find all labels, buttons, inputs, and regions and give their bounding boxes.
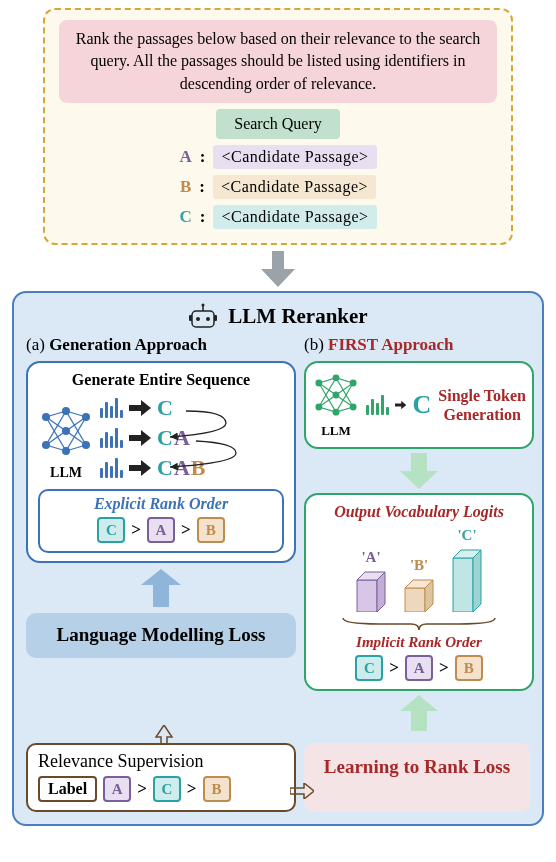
candidate-passage-b: <Candidate Passage> <box>213 175 376 199</box>
language-modelling-loss-box: Language Modelling Loss <box>26 613 296 658</box>
single-token-generation-label: Single Token Generation <box>438 386 526 424</box>
robot-icon <box>188 303 218 329</box>
output-vocab-logits-title: Output Vocabulary Logits <box>316 503 522 521</box>
reranker-title: LLM Reranker <box>26 303 530 329</box>
svg-rect-5 <box>189 315 192 321</box>
svg-point-38 <box>315 380 322 387</box>
seq-step-1: C <box>100 395 206 421</box>
rank-chip-b: B <box>197 517 225 543</box>
candidate-passage-c: <Candidate Passage> <box>213 205 376 229</box>
svg-point-1 <box>196 317 200 321</box>
seq-step-3: CAB <box>100 455 206 481</box>
candidate-id-a: A <box>179 147 191 167</box>
llm-label-right: LLM <box>312 423 360 439</box>
svg-point-39 <box>315 404 322 411</box>
svg-point-2 <box>206 317 210 321</box>
brown-arrow-up-icon <box>154 725 174 745</box>
green-down-arrow-icon <box>304 453 534 489</box>
instruction-text: Rank the passages below based on their r… <box>59 20 497 103</box>
candidate-c-row: C: <Candidate Passage> <box>59 205 497 229</box>
svg-point-41 <box>350 404 357 411</box>
implicit-rank-title: Implicit Rank Order <box>316 634 522 651</box>
svg-point-20 <box>42 441 50 449</box>
candidate-id-c: C <box>179 207 191 227</box>
label-chip: Label <box>38 776 97 802</box>
learning-to-rank-loss-box: Learning to Rank Loss <box>304 743 530 812</box>
generation-label: (a) Generation Approach <box>26 335 296 355</box>
arrow-down-icon <box>8 251 548 287</box>
llm-reranker-panel: LLM Reranker (a) Generation Approach Gen… <box>12 291 544 826</box>
prompt-box: Rank the passages below based on their r… <box>43 8 513 245</box>
explicit-rank-title: Explicit Rank Order <box>48 495 274 513</box>
relevance-supervision-title: Relevance Supervision <box>38 751 284 772</box>
first-top-panel: LLM C Single Token Generation <box>304 361 534 449</box>
svg-rect-6 <box>214 315 217 321</box>
svg-point-22 <box>82 441 90 449</box>
candidate-passage-a: <Candidate Passage> <box>213 145 376 169</box>
explicit-rank-box: Explicit Rank Order C > A > B <box>38 489 284 553</box>
generate-entire-sequence-title: Generate Entire Sequence <box>38 371 284 389</box>
single-token-c: C <box>412 390 432 420</box>
svg-point-21 <box>82 413 90 421</box>
svg-point-19 <box>42 413 50 421</box>
svg-point-25 <box>62 447 70 455</box>
logit-a: 'A' <box>353 549 389 612</box>
svg-point-44 <box>333 409 340 416</box>
svg-point-40 <box>350 380 357 387</box>
relevance-supervision-box: Relevance Supervision Label A > C > B <box>26 743 296 812</box>
label-rank-a: A <box>103 776 131 802</box>
label-rank-b: B <box>203 776 231 802</box>
llm-label-left: LLM <box>38 465 94 481</box>
rank-chip-b: B <box>455 655 483 681</box>
curly-bracket-icon <box>316 616 522 632</box>
logit-b: 'B' <box>401 557 437 612</box>
blue-up-arrow-icon <box>26 569 296 607</box>
rank-chip-a: A <box>147 517 175 543</box>
svg-point-23 <box>62 407 70 415</box>
generation-panel: Generate Entire Sequence LLM <box>26 361 296 563</box>
svg-point-43 <box>333 392 340 399</box>
candidate-b-row: B: <Candidate Passage> <box>59 175 497 199</box>
rank-chip-c: C <box>355 655 383 681</box>
logit-c: 'C' <box>449 527 485 612</box>
brown-arrow-right-icon <box>290 783 314 799</box>
candidate-a-row: A: <Candidate Passage> <box>59 145 497 169</box>
svg-point-4 <box>202 304 205 307</box>
network-icon <box>312 371 360 419</box>
seq-step-2: CA <box>100 425 206 451</box>
green-up-arrow-icon <box>304 695 534 731</box>
candidate-id-b: B <box>180 177 191 197</box>
svg-point-42 <box>333 375 340 382</box>
svg-point-24 <box>62 427 70 435</box>
network-icon <box>38 403 94 459</box>
search-query-box: Search Query <box>216 109 340 139</box>
first-bottom-panel: Output Vocabulary Logits 'A' 'B' 'C' <box>304 493 534 691</box>
rank-chip-c: C <box>97 517 125 543</box>
first-label: (b) FIRST Approach <box>304 335 534 355</box>
svg-rect-0 <box>192 311 214 327</box>
rank-chip-a: A <box>405 655 433 681</box>
label-rank-c: C <box>153 776 181 802</box>
